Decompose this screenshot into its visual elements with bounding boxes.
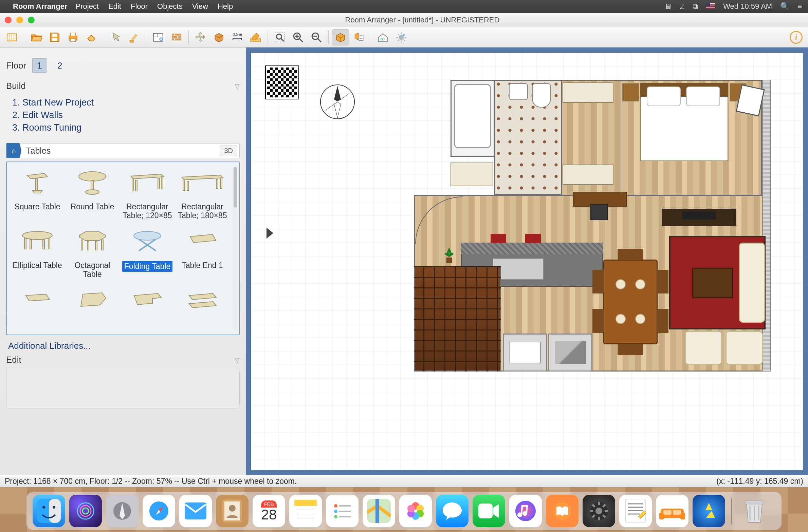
dock-maps-icon[interactable] [363, 495, 395, 527]
menu-view[interactable]: View [192, 2, 208, 11]
dimension-button[interactable]: 3,5 m [229, 29, 246, 45]
svg-rect-26 [161, 177, 163, 189]
build-step-rooms-tuning[interactable]: 3. Rooms Tuning [12, 122, 234, 133]
table-item-elliptical[interactable]: Elliptical Table [10, 224, 65, 281]
dock-calendar-icon[interactable]: FEB28 [253, 495, 285, 527]
floor-2-button[interactable]: 2 [53, 58, 67, 73]
dock-contacts-icon[interactable] [216, 495, 249, 527]
pointer-button[interactable] [107, 29, 124, 45]
box-button[interactable] [210, 29, 227, 45]
build-section-header[interactable]: Build ▽ [6, 81, 240, 91]
window-zoom-button[interactable] [28, 17, 35, 23]
view-3d-cube-button[interactable] [332, 29, 349, 45]
menu-floor[interactable]: Floor [131, 2, 148, 11]
open-button[interactable] [28, 29, 45, 45]
dock-finder-icon[interactable] [33, 495, 65, 527]
dock-notes-icon[interactable] [289, 495, 322, 527]
window-minimize-button[interactable] [16, 17, 23, 23]
view-list-button[interactable] [350, 29, 367, 45]
dock-preferences-icon[interactable] [583, 495, 615, 527]
table-item-end1[interactable]: Table End 1 [175, 224, 229, 281]
table-item-rect-180[interactable]: Rectangular Table; 180×85 [175, 166, 229, 222]
edit-section-header[interactable]: Edit ▽ [6, 355, 240, 365]
effects-button[interactable]: ✦ [393, 29, 410, 45]
build-step-edit-walls[interactable]: 2. Edit Walls [12, 110, 234, 120]
main-toolbar: 3,5 m 3D ✦ i [0, 27, 808, 48]
svg-rect-41 [95, 241, 97, 250]
clear-button[interactable] [83, 29, 100, 45]
build-steps-list: 1. Start New Project 2. Edit Walls 3. Ro… [6, 94, 240, 142]
zoom-out-button[interactable] [308, 29, 325, 45]
menu-help[interactable]: Help [218, 2, 233, 11]
table-item-12[interactable] [175, 283, 229, 322]
menubar-clock[interactable]: Wed 10:59 AM [723, 2, 772, 11]
dock-textedit-icon[interactable] [619, 495, 652, 527]
svg-rect-27 [135, 180, 137, 191]
status-bar: Project: 1168 × 700 cm, Floor: 1/2 -- Zo… [0, 475, 808, 487]
expand-panel-icon[interactable] [264, 226, 275, 240]
menu-edit[interactable]: Edit [108, 2, 121, 11]
input-flag-icon[interactable] [706, 2, 715, 11]
dock-itunes-icon[interactable] [509, 495, 542, 527]
table-item-folding[interactable]: Folding Table [120, 224, 175, 281]
dock-mail-icon[interactable] [179, 495, 212, 527]
category-3d-toggle[interactable]: 3D [220, 146, 237, 156]
airplay-icon[interactable]: ⧉ [693, 2, 698, 11]
dock-photos-icon[interactable] [399, 495, 432, 527]
info-button[interactable]: i [788, 29, 805, 45]
octagonal-table-icon [66, 226, 119, 260]
menu-objects[interactable]: Objects [157, 2, 183, 11]
menu-project[interactable]: Project [76, 2, 99, 11]
dock-ibooks-icon[interactable] [546, 495, 579, 527]
dock-trash-icon[interactable] [738, 495, 771, 527]
category-home-icon[interactable]: ⌂ [6, 143, 21, 158]
category-name[interactable]: Tables [21, 146, 220, 156]
table-item-octagonal[interactable]: Octagonal Table [65, 224, 120, 281]
dock-siri-icon[interactable] [69, 495, 102, 527]
wall-button[interactable] [168, 29, 185, 45]
spotlight-icon[interactable]: 🔍 [780, 2, 789, 11]
window-close-button[interactable] [5, 17, 12, 23]
table-item-10[interactable] [65, 283, 120, 322]
rect-table-180-icon [176, 167, 229, 201]
view-3d-house-button[interactable]: 3D [374, 29, 391, 45]
save-button[interactable] [46, 29, 63, 45]
dock-facetime-icon[interactable] [473, 495, 505, 527]
table-item-9[interactable] [10, 283, 65, 322]
menubar-app-name[interactable]: Room Arranger [13, 2, 68, 11]
svg-rect-35 [48, 238, 50, 249]
new-project-button[interactable] [3, 29, 20, 45]
dock-messages-icon[interactable] [436, 495, 469, 527]
table-item-square[interactable]: Square Table [10, 166, 65, 222]
dock-safari-icon[interactable] [143, 495, 175, 527]
gallery-scrollbar[interactable] [233, 166, 238, 331]
zoom-in-button[interactable] [290, 29, 307, 45]
macos-menubar: Room Arranger Project Edit Floor Objects… [0, 0, 808, 13]
table-item-11[interactable] [120, 283, 175, 322]
floor-1-button[interactable]: 1 [32, 58, 47, 73]
svg-rect-36 [30, 240, 32, 249]
print-button[interactable] [65, 29, 81, 45]
svg-point-48 [53, 506, 55, 509]
move-button[interactable] [192, 29, 209, 45]
dock-room-arranger-icon[interactable] [656, 495, 688, 527]
dock-reminders-icon[interactable] [326, 495, 359, 527]
room-setup-button[interactable] [150, 29, 167, 45]
zoom-fit-button[interactable] [271, 29, 288, 45]
table-item-round[interactable]: Round Table [65, 166, 120, 222]
compass-icon [319, 83, 356, 120]
paint-button[interactable] [126, 29, 143, 45]
svg-point-24 [86, 190, 99, 194]
table-item-rect-120[interactable]: Rectangular Table; 120×85 [120, 166, 175, 222]
build-step-new-project[interactable]: 1. Start New Project [12, 97, 234, 108]
dock-app-icon[interactable] [693, 495, 725, 527]
design-canvas[interactable] [251, 52, 803, 470]
additional-libraries-link[interactable]: Additional Libraries... [8, 341, 238, 351]
svg-rect-81 [663, 510, 672, 515]
menu-list-icon[interactable]: ≡ [797, 2, 802, 11]
svg-rect-25 [132, 179, 134, 191]
dock-launchpad-icon[interactable] [106, 495, 139, 527]
display-icon[interactable]: 🖥 [664, 2, 672, 11]
bluetooth-icon[interactable]: ⟀ [680, 2, 684, 11]
ruler-edit-button[interactable] [247, 29, 264, 45]
